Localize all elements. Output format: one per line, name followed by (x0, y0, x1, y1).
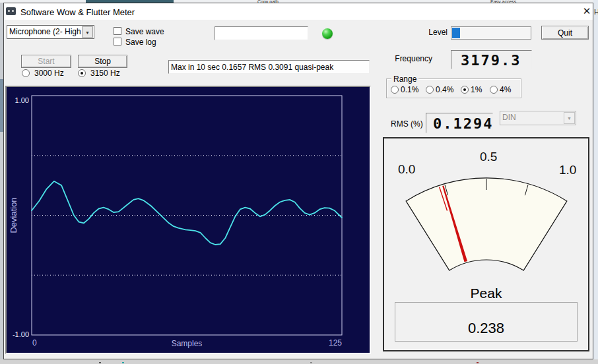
weighting-combobox[interactable]: DIN ▼ (500, 111, 576, 125)
svg-text:125: 125 (329, 338, 342, 348)
peak-value-box: 0.238 (395, 302, 578, 342)
status-text: Max in 10 sec 0.1657 RMS 0.3091 quasi-pe… (171, 63, 333, 72)
frequency-display: 3179.3 (451, 50, 532, 69)
meter-scale-1: 1.0 (559, 163, 576, 177)
level-label: Level (416, 28, 448, 37)
status-led-icon (322, 28, 333, 39)
range-radio-0.1[interactable] (391, 86, 399, 94)
background-bottom-strip (0, 359, 598, 364)
range-radio-0.4[interactable] (426, 86, 434, 94)
svg-text:-1.00: -1.00 (13, 330, 29, 338)
chevron-down-icon: ▼ (564, 112, 575, 124)
meter-scale-05: 0.5 (480, 150, 497, 164)
analog-meter-panel: 0.0 0.5 1.0 Peak 0.238 (383, 137, 589, 351)
radio-3000hz[interactable] (22, 69, 30, 77)
range-radio-4[interactable] (490, 86, 498, 94)
peak-value: 0.238 (395, 320, 577, 337)
save-wave-label: Save wave (125, 27, 164, 36)
level-progressbar (451, 26, 531, 40)
peak-label: Peak (384, 286, 588, 301)
range-group-label: Range (391, 75, 418, 84)
svg-text:1.00: 1.00 (15, 96, 29, 104)
range-radio-0.4-label: 0.4% (436, 85, 453, 94)
svg-text:0: 0 (32, 338, 37, 348)
range-radio-1[interactable] (461, 86, 469, 94)
window-title: Software Wow & Flutter Meter (20, 7, 135, 17)
bg-speck (122, 362, 124, 363)
range-radio-0.1-label: 0.1% (401, 85, 418, 94)
range-radio-1-label: 1% (471, 85, 482, 94)
meter-scale-0: 0.0 (398, 162, 415, 177)
close-icon[interactable]: ✕ (580, 5, 593, 17)
stop-button[interactable]: Stop (78, 55, 127, 68)
svg-text:Samples: Samples (172, 339, 203, 348)
rms-label: RMS (%) (391, 119, 423, 129)
range-radio-4-label: 4% (500, 85, 511, 94)
bg-right-text-fragment: H (594, 8, 598, 16)
cassette-app-icon (6, 7, 16, 15)
save-log-label: Save log (125, 38, 156, 47)
filename-textbox[interactable] (215, 26, 308, 40)
svg-text:Deviation: Deviation (9, 197, 18, 233)
frequency-label: Frequency (393, 54, 432, 63)
radio-3150hz-label: 3150 Hz (90, 69, 120, 78)
chevron-down-icon[interactable]: ▼ (82, 26, 93, 38)
rms-value: 0.1294 (433, 115, 493, 132)
bg-speck (99, 362, 101, 363)
weighting-value: DIN (502, 113, 563, 122)
frequency-value: 3179.3 (461, 52, 521, 69)
input-device-combobox[interactable]: Microphone (2- High De ▼ (7, 25, 94, 39)
quit-button[interactable]: Quit (541, 26, 589, 40)
start-button[interactable]: Start (21, 55, 71, 68)
filename-input[interactable] (215, 27, 308, 40)
save-wave-checkbox[interactable] (114, 27, 121, 35)
level-progress-fill (452, 28, 460, 38)
bg-speck (310, 362, 312, 363)
bg-speck (477, 362, 479, 363)
radio-3000hz-label: 3000 Hz (34, 69, 64, 78)
screen: Copy path Easy access H Software Wow & F… (0, 0, 598, 364)
save-log-checkbox[interactable] (114, 38, 121, 46)
background-right-strip: H (593, 0, 598, 364)
status-textbox: Max in 10 sec 0.1657 RMS 0.3091 quasi-pe… (168, 60, 370, 74)
rms-display: 0.1294 (426, 113, 493, 133)
deviation-chart: 1.00-1.000Samples125Deviation (7, 87, 370, 353)
radio-3150hz[interactable] (78, 69, 86, 77)
input-device-value: Microphone (2- High De (9, 27, 81, 36)
